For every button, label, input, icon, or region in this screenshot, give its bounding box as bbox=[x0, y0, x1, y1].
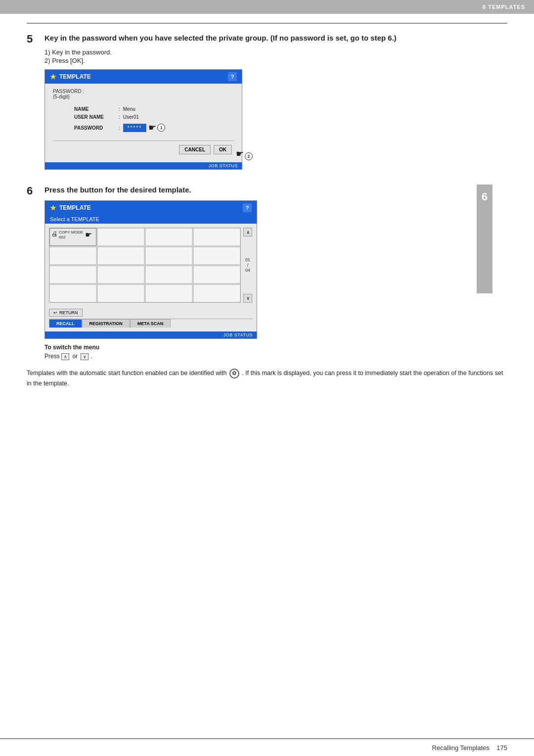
step5-password-body: PASSWORD :(5-digit) NAME : Menu USER NAM… bbox=[45, 84, 242, 162]
return-button[interactable]: ↩ RETURN bbox=[49, 309, 83, 317]
step6-template-body: 🖨 COPY MODE 002 ☛ bbox=[45, 224, 257, 331]
field-password-label: PASSWORD bbox=[74, 125, 119, 131]
template-cell-2-1[interactable] bbox=[49, 247, 96, 265]
tab-recall[interactable]: RECALL bbox=[49, 319, 82, 328]
scroll-up-button[interactable]: ∧ bbox=[243, 228, 252, 236]
step-6-header: 6 Press the button for the desired templ… bbox=[27, 185, 507, 197]
return-arrow-icon: ↩ bbox=[53, 310, 57, 315]
step6-star-icon: ★ bbox=[50, 204, 56, 212]
return-btn-wrapper: ↩ RETURN bbox=[49, 306, 253, 317]
template-grid: 🖨 COPY MODE 002 ☛ bbox=[49, 228, 241, 303]
template-cell-3-4[interactable] bbox=[193, 266, 240, 284]
cursor-hand-2-icon: ☛ bbox=[236, 148, 244, 159]
template-cell-3-2[interactable] bbox=[97, 266, 144, 284]
template-grid-wrapper: 🖨 COPY MODE 002 ☛ bbox=[49, 228, 253, 303]
step-6-title: Press the button for the desired templat… bbox=[44, 185, 507, 195]
template-cell-1-4[interactable] bbox=[193, 228, 240, 246]
step-6-number: 6 bbox=[27, 185, 44, 197]
field-row-username: USER NAME : User01 bbox=[74, 114, 213, 120]
ok-button[interactable]: OK bbox=[214, 145, 232, 154]
step-5-substeps: 1) Key in the password. 2) Press [OK]. bbox=[44, 48, 507, 64]
footer-text: Recalling Templates 175 bbox=[432, 744, 507, 752]
step-5-title: Key in the password when you have select… bbox=[44, 33, 507, 43]
step-5-sub-2: 2) Press [OK]. bbox=[44, 57, 507, 64]
main-content: 5 Key in the password when you have sele… bbox=[0, 24, 534, 423]
page-indicator: 01 / 04 bbox=[245, 257, 250, 273]
note-text: Press ∧ or ∨ . bbox=[44, 353, 507, 360]
field-name-label: NAME bbox=[74, 106, 119, 112]
template-cell-4-4[interactable] bbox=[193, 284, 240, 302]
password-fields: NAME : Menu USER NAME : User01 PASSWORD … bbox=[53, 106, 234, 136]
step5-divider bbox=[53, 141, 234, 141]
template-cell-1-3[interactable] bbox=[145, 228, 192, 246]
field-row-name: NAME : Menu bbox=[74, 106, 213, 112]
step-5-header: 5 Key in the password when you have sele… bbox=[27, 33, 507, 46]
page-footer: Recalling Templates 175 bbox=[0, 738, 534, 756]
step-5-ui-mockup: ★ TEMPLATE ? PASSWORD :(5-digit) NAME : … bbox=[44, 69, 242, 170]
step6-subtitle: Select a TEMPLATE bbox=[50, 216, 99, 222]
password-input[interactable]: ***** bbox=[123, 124, 146, 132]
step-5-number: 5 bbox=[27, 33, 44, 46]
note-section: To switch the menu Press ∧ or ∨ . bbox=[44, 344, 507, 360]
template-cell-4-1[interactable] bbox=[49, 284, 96, 302]
password-hint: PASSWORD :(5-digit) bbox=[53, 89, 234, 99]
step5-help-button[interactable]: ? bbox=[228, 72, 237, 81]
template-cell-3-3[interactable] bbox=[145, 266, 192, 284]
template-cursor-hand: ☛ bbox=[85, 230, 92, 239]
note-or-label: or bbox=[72, 353, 78, 360]
up-arrow-button[interactable]: ∧ bbox=[61, 353, 69, 360]
scroll-bar: ∧ 01 / 04 ∨ bbox=[243, 228, 253, 303]
tab-row: RECALL REGISTRATION META SCAN bbox=[49, 319, 253, 328]
template-cell-2-2[interactable] bbox=[97, 247, 144, 265]
template-cell-2-3[interactable] bbox=[145, 247, 192, 265]
field-username-value: User01 bbox=[123, 114, 139, 120]
template-cell-active[interactable]: 🖨 COPY MODE 002 ☛ bbox=[49, 228, 96, 246]
star-icon: ★ bbox=[50, 73, 56, 81]
down-arrow-button[interactable]: ∨ bbox=[81, 353, 89, 360]
step6-ui-title: TEMPLATE bbox=[59, 204, 91, 211]
note-title: To switch the menu bbox=[44, 344, 507, 351]
template-cell-3-1[interactable] bbox=[49, 266, 96, 284]
step6-footer-bar: JOB STATUS bbox=[45, 331, 257, 338]
step-5-sub-1: 1) Key in the password. bbox=[44, 48, 507, 56]
template-cell-text: COPY MODE 002 bbox=[59, 230, 83, 239]
info-text-part1: Templates with the automatic start funct… bbox=[27, 370, 226, 377]
step5-ui-title: TEMPLATE bbox=[59, 73, 91, 80]
step5-titlebar: ★ TEMPLATE ? bbox=[45, 70, 242, 84]
auto-start-icon: ✿ bbox=[229, 369, 239, 378]
step5-footer-label: JOB STATUS bbox=[209, 163, 238, 168]
tab-registration[interactable]: REGISTRATION bbox=[82, 319, 130, 328]
template-cell-4-3[interactable] bbox=[145, 284, 192, 302]
step-5-block: 5 Key in the password when you have sele… bbox=[27, 33, 507, 170]
step-annotation-2: 2 bbox=[245, 152, 253, 160]
scroll-down-button[interactable]: ∨ bbox=[243, 294, 252, 303]
template-cell-4-2[interactable] bbox=[97, 284, 144, 302]
info-text-block: Templates with the automatic start funct… bbox=[27, 368, 507, 388]
step6-help-button[interactable]: ? bbox=[243, 203, 252, 212]
step5-footer-bar: JOB STATUS bbox=[45, 162, 242, 169]
step-6-ui-mockup: ★ TEMPLATE ? Select a TEMPLATE 🖨 COPY MO… bbox=[44, 200, 257, 339]
step-6-block: 6 6 Press the button for the desired tem… bbox=[27, 185, 507, 388]
cancel-button[interactable]: CANCEL bbox=[179, 145, 211, 154]
step6-subtitle-bar: Select a TEMPLATE bbox=[45, 215, 257, 224]
step5-btn-row: CANCEL OK ☛ 2 bbox=[53, 145, 234, 156]
template-cell-2-4[interactable] bbox=[193, 247, 240, 265]
step6-titlebar: ★ TEMPLATE ? bbox=[45, 201, 257, 215]
step-annotation-1: 1 bbox=[157, 124, 165, 132]
side-chapter-number: 6 bbox=[477, 185, 492, 293]
field-row-password: PASSWORD : ***** ☛ 1 bbox=[74, 122, 213, 133]
note-press-label: Press bbox=[44, 353, 60, 360]
step6-footer-label: JOB STATUS bbox=[223, 332, 253, 337]
chapter-label: 6 TEMPLATES bbox=[483, 4, 525, 10]
tab-meta-scan[interactable]: META SCAN bbox=[130, 319, 171, 328]
field-name-value: Menu bbox=[123, 106, 135, 112]
header-bar: 6 TEMPLATES bbox=[0, 0, 534, 14]
template-cell-1-2[interactable] bbox=[97, 228, 144, 246]
ok-btn-wrapper: OK ☛ 2 bbox=[214, 145, 232, 154]
return-label: RETURN bbox=[59, 310, 78, 315]
cursor-hand-1-icon: ☛ bbox=[148, 122, 156, 133]
field-username-label: USER NAME bbox=[74, 114, 119, 120]
template-copy-icon: 🖨 bbox=[51, 230, 58, 237]
